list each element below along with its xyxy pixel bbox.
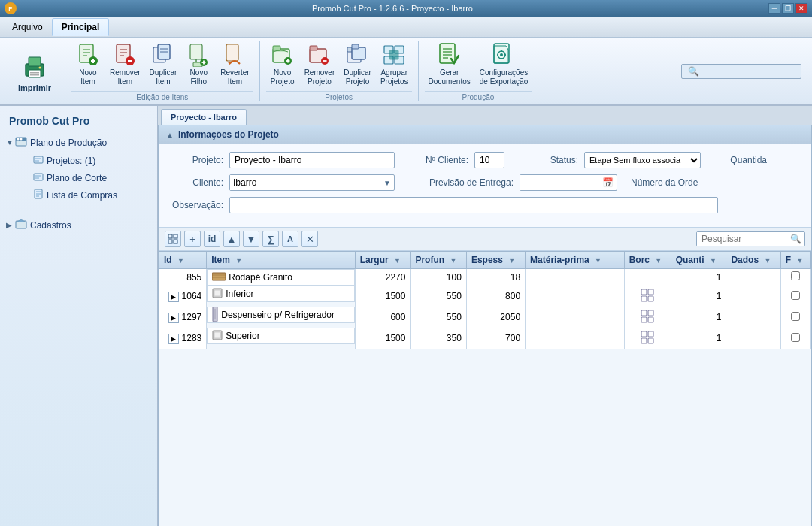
col-header-dados: Dados ▼ <box>726 252 780 269</box>
reverter-item-button[interactable]: ReverterItem <box>217 41 253 89</box>
filter-materia-icon[interactable]: ▼ <box>595 257 601 265</box>
sidebar-item-projetos[interactable]: ▶ Projetos: (1) <box>21 152 154 169</box>
svg-rect-23 <box>190 44 202 59</box>
item-icon <box>212 288 223 301</box>
previsao-date-input[interactable] <box>520 175 599 190</box>
novo-filho-button[interactable]: NovoFilho <box>182 41 215 89</box>
sidebar-item-plano-producao[interactable]: ▼ Plano de Produção <box>3 133 154 152</box>
cell-profundidade: 550 <box>411 286 466 307</box>
svg-rect-85 <box>641 289 647 295</box>
expand-btn[interactable]: ▶ <box>168 334 179 344</box>
cell-espessura: 700 <box>466 328 525 349</box>
expand-btn[interactable]: ▶ <box>168 292 179 302</box>
cell-item: Rodapé Granito <box>207 269 354 286</box>
calendar-icon[interactable]: 📅 <box>599 177 617 188</box>
plano-producao-icon <box>15 135 27 150</box>
f-checkbox[interactable] <box>791 271 800 280</box>
cell-largura: 600 <box>355 307 411 328</box>
cell-materia-prima <box>526 328 625 349</box>
agrupar-projetos-icon <box>382 43 406 67</box>
filter2-btn[interactable]: A <box>282 231 298 247</box>
grid-view-btn[interactable] <box>165 231 181 247</box>
no-cliente-input[interactable] <box>474 152 504 168</box>
ribbon-section-projetos: NovoProjeto RemoverProjeto <box>260 41 419 101</box>
cell-profundidade: 100 <box>411 269 466 286</box>
agrupar-projetos-button[interactable]: AgruparProjetos <box>377 41 412 89</box>
move-up-btn[interactable]: ▲ <box>223 231 240 247</box>
svg-rect-99 <box>641 338 647 343</box>
remover-projeto-button[interactable]: RemoverProjeto <box>301 41 339 89</box>
menu-arquivo[interactable]: Arquivo <box>3 19 52 35</box>
section-header-informacoes[interactable]: ▲ Informações do Projeto <box>159 125 811 144</box>
menu-principal[interactable]: Principal <box>52 18 110 36</box>
sidebar-item-lista-compras[interactable]: ▶ Lista de Compras <box>21 186 154 204</box>
expand-btn[interactable]: ▶ <box>168 313 179 323</box>
f-checkbox[interactable] <box>791 333 800 342</box>
minimize-button[interactable]: ─ <box>768 3 780 14</box>
filter-borda-icon[interactable]: ▼ <box>655 257 662 265</box>
filter-quantidade-icon[interactable]: ▼ <box>710 257 717 265</box>
clear-btn[interactable]: ✕ <box>301 231 318 247</box>
imprimir-button[interactable]: Imprimir <box>12 49 57 95</box>
cliente-label: Cliente: <box>171 177 223 188</box>
search-input[interactable] <box>697 232 787 246</box>
projeto-input[interactable] <box>229 152 395 168</box>
cell-largura: 2270 <box>355 269 411 286</box>
filter-f-icon[interactable]: ▼ <box>796 257 803 265</box>
search-box: 🔍 <box>696 231 805 246</box>
lista-compras-icon <box>33 189 44 201</box>
restore-button[interactable]: ❐ <box>782 3 794 14</box>
filter-largura-icon[interactable]: ▼ <box>394 257 401 265</box>
filter-item-icon[interactable]: ▼ <box>235 257 242 265</box>
cell-id: 855 <box>159 269 207 286</box>
svg-rect-2 <box>29 70 41 77</box>
svg-rect-43 <box>352 44 359 49</box>
duplicar-projeto-button[interactable]: DuplicarProjeto <box>340 41 375 89</box>
cliente-dropdown-btn[interactable]: ▼ <box>380 175 394 190</box>
novo-filho-label: NovoFilho <box>190 68 208 86</box>
filter-id-icon[interactable]: ▼ <box>177 257 184 265</box>
projeto-label: Projeto: <box>171 155 223 165</box>
f-checkbox[interactable] <box>791 312 800 321</box>
sidebar-subtree: ▶ Projetos: (1) ▶ <box>3 152 154 204</box>
svg-rect-98 <box>648 331 653 337</box>
table-wrapper: Id ▼ Item ▼ Largur ▼ <box>159 251 811 349</box>
f-checkbox[interactable] <box>791 291 800 300</box>
sidebar-item-plano-corte[interactable]: ▶ Plano de Corte <box>21 169 154 186</box>
duplicar-item-button[interactable]: DuplicarItem <box>146 41 181 89</box>
cell-f <box>780 328 810 349</box>
remover-item-button[interactable]: RemoverItem <box>106 41 144 89</box>
gerar-documentos-button[interactable]: GerarDocumentos <box>425 41 474 89</box>
filter1-btn[interactable]: ∑ <box>262 231 279 247</box>
item-name: Despenseiro p/ Refrigerador <box>221 310 335 320</box>
reverter-item-label: ReverterItem <box>220 68 249 86</box>
filter-profundidade-icon[interactable]: ▼ <box>450 257 456 265</box>
observacao-input[interactable] <box>229 197 718 213</box>
svg-point-5 <box>39 66 41 68</box>
cliente-input[interactable] <box>230 175 380 190</box>
configuracoes-exportacao-button[interactable]: Configuraçõesde Exportação <box>476 41 532 89</box>
edit-row-btn[interactable]: id <box>204 231 220 247</box>
search-button[interactable]: 🔍 <box>787 232 804 246</box>
status-label: Status: <box>526 155 578 165</box>
sidebar-item-cadastros[interactable]: ▶ Cadastros <box>3 216 154 234</box>
move-down-btn[interactable]: ▼ <box>243 231 259 247</box>
close-button[interactable]: ✕ <box>795 3 807 14</box>
novo-item-button[interactable]: NovoItem <box>71 41 105 89</box>
form-row-projeto: Projeto: Nº Cliente: Status: Etapa Sem f… <box>171 152 799 168</box>
ribbon-search-area[interactable]: 🔍 <box>681 64 801 79</box>
tree-arrow-cadastros: ▶ <box>6 221 15 229</box>
novo-projeto-button[interactable]: NovoProjeto <box>266 41 299 89</box>
svg-rect-93 <box>641 317 647 322</box>
item-icon <box>212 272 226 283</box>
content-tab-proyecto[interactable]: Proyecto - Ibarro <box>161 109 247 125</box>
svg-point-63 <box>17 138 20 141</box>
status-select[interactable]: Etapa Sem fluxo associa <box>585 153 700 167</box>
duplicar-item-icon <box>151 43 175 67</box>
filter-espessura-icon[interactable]: ▼ <box>508 257 515 265</box>
col-header-id: Id ▼ <box>159 252 207 269</box>
add-row-btn[interactable]: + <box>184 231 201 247</box>
filter-dados-icon[interactable]: ▼ <box>764 257 771 265</box>
ribbon-section-edicao: NovoItem RemoverItem <box>65 41 260 101</box>
svg-rect-100 <box>648 338 653 343</box>
